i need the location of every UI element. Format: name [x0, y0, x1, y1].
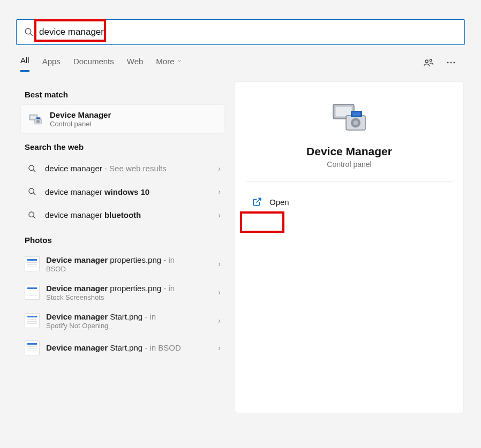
svg-line-15	[33, 193, 35, 195]
tab-more[interactable]: More	[156, 56, 182, 72]
svg-point-6	[453, 62, 455, 64]
svg-point-4	[447, 62, 449, 64]
search-input[interactable]	[39, 27, 457, 37]
open-external-icon	[252, 197, 262, 207]
photo-result-2[interactable]: Device manager Start.png - in Spotify No…	[20, 307, 225, 335]
best-match-title: Device Manager	[50, 110, 111, 119]
svg-point-3	[430, 59, 432, 62]
svg-line-1	[31, 34, 33, 36]
svg-point-0	[25, 28, 31, 34]
thumbnail-icon	[25, 285, 40, 300]
web-result-text: device manager bluetooth	[45, 210, 218, 221]
more-icon[interactable]	[446, 57, 456, 70]
svg-point-22	[354, 120, 358, 125]
detail-title: Device Manager	[306, 145, 392, 158]
svg-rect-19	[336, 107, 352, 117]
thumbnail-icon	[25, 256, 40, 271]
svg-point-14	[29, 188, 34, 193]
svg-point-5	[450, 62, 452, 64]
photo-result-0[interactable]: Device manager properties.png - in BSOD …	[20, 250, 225, 278]
web-result-1[interactable]: device manager windows 10 ›	[20, 180, 225, 204]
svg-point-10	[36, 119, 40, 123]
best-match-item[interactable]: Device Manager Control panel	[20, 104, 225, 134]
tab-documents[interactable]: Documents	[73, 56, 114, 72]
search-bar[interactable]	[16, 19, 465, 45]
open-button[interactable]: Open	[247, 193, 452, 211]
search-icon	[24, 27, 34, 37]
svg-rect-24	[352, 112, 360, 116]
search-icon	[25, 164, 40, 173]
svg-point-12	[29, 165, 34, 170]
svg-line-25	[257, 198, 261, 202]
tabs-row: All Apps Documents Web More	[4, 45, 477, 72]
photo-result-text: Device manager Start.png - in BSOD	[46, 343, 218, 353]
people-icon[interactable]	[423, 57, 434, 70]
svg-line-13	[33, 170, 35, 172]
chevron-right-icon: ›	[218, 288, 221, 297]
tab-all[interactable]: All	[20, 56, 29, 72]
best-match-subtitle: Control panel	[50, 120, 111, 128]
device-manager-icon	[27, 111, 43, 127]
device-manager-icon	[330, 98, 369, 136]
photo-result-1[interactable]: Device manager properties.png - in Stock…	[20, 278, 225, 307]
svg-rect-11	[36, 117, 41, 119]
detail-panel: Device Manager Control panel Open	[235, 81, 464, 413]
svg-point-2	[425, 60, 428, 63]
thumbnail-icon	[25, 340, 40, 355]
web-result-2[interactable]: device manager bluetooth ›	[20, 203, 225, 227]
tab-more-label: More	[156, 57, 174, 66]
chevron-right-icon: ›	[218, 344, 221, 352]
svg-line-17	[33, 216, 35, 218]
tab-web[interactable]: Web	[127, 56, 144, 72]
photo-result-3[interactable]: Device manager Start.png - in BSOD ›	[20, 335, 225, 361]
chevron-right-icon: ›	[218, 260, 221, 268]
tab-apps[interactable]: Apps	[42, 56, 61, 72]
section-best-match: Best match	[20, 81, 225, 104]
svg-point-16	[29, 212, 34, 217]
chevron-right-icon: ›	[218, 164, 221, 173]
photo-result-text: Device manager Start.png - in Spotify No…	[46, 312, 218, 330]
photo-result-text: Device manager properties.png - in Stock…	[46, 284, 218, 301]
search-icon	[25, 187, 40, 196]
web-result-text: device manager - See web results	[45, 163, 218, 174]
web-result-text: device manager windows 10	[45, 187, 218, 198]
open-label: Open	[269, 198, 289, 207]
chevron-right-icon: ›	[218, 187, 221, 196]
detail-subtitle: Control panel	[327, 160, 371, 169]
chevron-down-icon	[177, 58, 182, 64]
photo-result-text: Device manager properties.png - in BSOD	[46, 255, 218, 273]
search-icon	[25, 211, 40, 219]
thumbnail-icon	[25, 313, 40, 328]
section-photos: Photos	[20, 227, 225, 250]
section-search-web: Search the web	[20, 134, 225, 157]
web-result-0[interactable]: device manager - See web results ›	[20, 157, 225, 180]
chevron-right-icon: ›	[218, 211, 221, 219]
chevron-right-icon: ›	[218, 316, 221, 325]
